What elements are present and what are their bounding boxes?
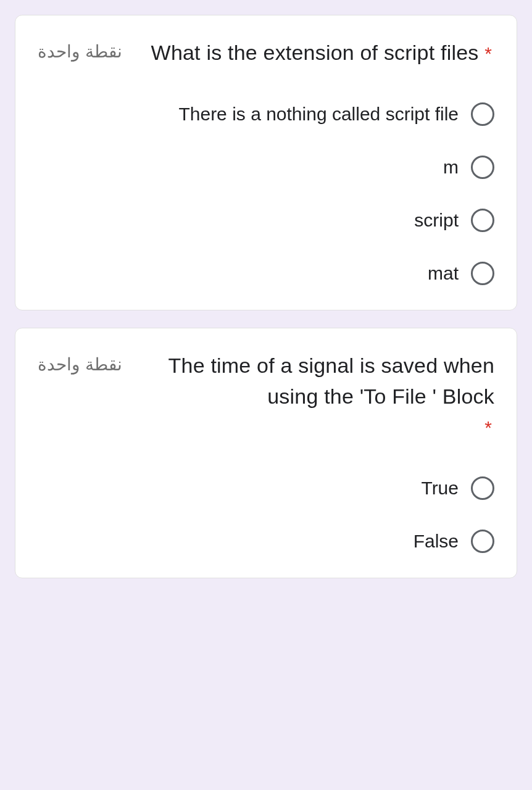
question-text: The time of a signal is saved when using… — [137, 351, 494, 442]
options-group: There is a nothing called script file m … — [38, 102, 494, 285]
option-row[interactable]: True — [38, 476, 494, 500]
required-mark: * — [484, 43, 492, 64]
option-row[interactable]: script — [38, 209, 494, 232]
radio-icon[interactable] — [471, 262, 494, 285]
option-label: m — [443, 157, 459, 178]
question-card: نقطة واحدة The time of a signal is saved… — [15, 328, 517, 578]
question-title: What is the extension of script files — [151, 41, 479, 64]
option-row[interactable]: mat — [38, 262, 494, 285]
radio-icon[interactable] — [471, 209, 494, 232]
question-card: نقطة واحدة What is the extension of scri… — [15, 15, 517, 310]
radio-icon[interactable] — [471, 156, 494, 179]
points-label: نقطة واحدة — [38, 38, 122, 62]
options-group: True False — [38, 476, 494, 553]
option-row[interactable]: There is a nothing called script file — [38, 102, 494, 126]
option-label: True — [421, 478, 459, 499]
option-row[interactable]: False — [38, 530, 494, 553]
radio-icon[interactable] — [471, 476, 494, 500]
question-title: The time of a signal is saved when using… — [168, 354, 494, 407]
option-label: mat — [428, 263, 459, 284]
option-label: There is a nothing called script file — [178, 104, 459, 125]
points-label: نقطة واحدة — [38, 351, 122, 375]
option-label: script — [414, 210, 459, 231]
radio-icon[interactable] — [471, 102, 494, 126]
required-mark: * — [484, 417, 492, 438]
option-label: False — [414, 531, 459, 552]
question-header: نقطة واحدة The time of a signal is saved… — [38, 351, 494, 442]
radio-icon[interactable] — [471, 530, 494, 553]
question-header: نقطة واحدة What is the extension of scri… — [38, 38, 494, 68]
option-row[interactable]: m — [38, 156, 494, 179]
question-text: What is the extension of script files * — [137, 38, 494, 68]
